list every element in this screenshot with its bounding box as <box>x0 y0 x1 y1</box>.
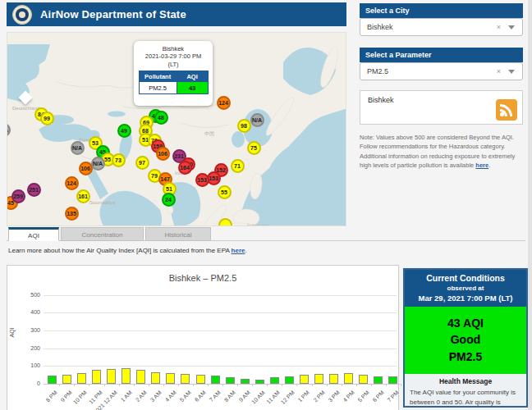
chart-bar[interactable] <box>300 375 309 384</box>
city-select-value: Bishkek <box>367 19 393 35</box>
map-marker[interactable]: 71 <box>231 159 245 173</box>
chart-gridline <box>44 312 397 313</box>
map-marker[interactable]: 259 <box>11 189 25 203</box>
chart-bar[interactable] <box>344 373 353 384</box>
chart-bar[interactable] <box>62 375 71 384</box>
chart-x-tick <box>282 384 282 386</box>
chevron-down-icon[interactable] <box>508 25 515 30</box>
popup-aqi-value: 43 <box>177 82 208 94</box>
popup-pollutant-value: PM2.5 <box>139 82 177 94</box>
map-marker[interactable]: 164 <box>178 161 192 175</box>
learn-more-body: Learn more about how the Air Quality Ind… <box>8 247 232 254</box>
parameter-select[interactable]: PM2.5 × <box>360 62 523 80</box>
chart-bar[interactable] <box>226 377 235 384</box>
chart-x-tick <box>386 384 387 386</box>
chart-x-tick-label: 4 PM <box>342 390 355 403</box>
map-marker[interactable]: 135 <box>65 207 79 221</box>
note-text: Note: Values above 500 are considered Be… <box>360 133 524 170</box>
chart-bar[interactable] <box>285 376 294 384</box>
map-marker[interactable]: 99 <box>40 112 54 125</box>
parameter-select-value: PM2.5 <box>367 63 388 80</box>
note-text-period: . <box>488 162 490 169</box>
chart-x-tick <box>312 384 313 386</box>
chart-bar[interactable] <box>196 375 205 384</box>
chart-x-tick <box>342 384 342 386</box>
chart-bar[interactable] <box>136 370 145 384</box>
rss-icon[interactable] <box>496 99 517 121</box>
chart-y-tick-label: 200 <box>16 345 40 351</box>
map-marker[interactable]: 106 <box>79 162 93 175</box>
chart-y-axis-label: AQI <box>9 327 15 337</box>
current-conditions-title: Current Conditions <box>406 273 525 283</box>
chart-bar[interactable] <box>92 370 101 384</box>
chart-bar[interactable] <box>211 376 220 384</box>
chart-bar[interactable] <box>151 372 160 384</box>
tab-concentration[interactable]: Concentration <box>61 227 144 241</box>
map-marker[interactable]: N/A <box>91 157 105 171</box>
observed-datetime: Mar 29, 2021 7:00 PM (LT) <box>406 294 525 303</box>
popup-table: Pollutant AQI PM2.5 43 <box>139 71 209 94</box>
chart-bar[interactable] <box>107 369 116 384</box>
chart-x-axis <box>44 384 400 385</box>
chart-bar[interactable] <box>166 373 175 384</box>
chevron-down-icon[interactable] <box>508 70 515 74</box>
map-marker[interactable]: 24 <box>162 193 176 207</box>
popup-col-aqi: AQI <box>177 71 208 82</box>
note-here-link[interactable]: here <box>475 162 488 169</box>
chart-bar[interactable] <box>255 380 264 384</box>
chart-bar[interactable] <box>388 376 397 384</box>
clear-city-icon[interactable]: × <box>497 19 501 35</box>
chart-bar[interactable] <box>329 374 338 384</box>
chart-x-tick-label: 1 AM <box>119 390 132 403</box>
map-marker[interactable]: N/A <box>250 113 264 127</box>
popup-city: Bishkek <box>134 45 213 52</box>
aqi-chart: Bishkek – PM2.5 AQI 01002003004005008 PM… <box>7 265 399 410</box>
chart-x-tick <box>89 384 89 386</box>
clear-parameter-icon[interactable]: × <box>497 63 501 80</box>
chart-x-tick-label: 6 AM <box>194 390 207 403</box>
chart-y-tick-label: 400 <box>16 309 40 315</box>
chart-x-tick <box>178 384 179 386</box>
map-marker[interactable]: 251 <box>27 183 41 197</box>
map-marker[interactable]: 153 <box>195 173 209 187</box>
map-marker[interactable]: 49 <box>117 124 131 138</box>
select-city-header: Select a City <box>360 3 523 18</box>
learn-more-here-link[interactable]: here <box>232 247 245 254</box>
map-marker[interactable]: 161 <box>76 189 90 203</box>
chart-bar[interactable] <box>48 376 57 384</box>
map-marker[interactable]: 48 <box>154 111 168 125</box>
map-marker[interactable]: 98 <box>237 119 251 133</box>
health-message-body: The AQI value for your community is betw… <box>410 388 521 410</box>
scrollbar[interactable] <box>528 0 532 410</box>
chart-x-tick-label: 3 PM <box>327 390 341 403</box>
chart-x-tick <box>401 384 401 386</box>
chart-bar[interactable] <box>314 374 323 384</box>
chart-bar[interactable] <box>270 377 279 384</box>
map-marker[interactable] <box>218 218 232 227</box>
chart-bar[interactable] <box>77 373 86 384</box>
chart-bar[interactable] <box>122 368 131 384</box>
map-marker[interactable]: 106 <box>156 147 170 161</box>
chart-x-tick <box>252 384 253 386</box>
chart-x-tick-label: 11 AM <box>266 390 282 405</box>
observed-at-label: observed at <box>406 285 525 292</box>
chart-bar[interactable] <box>359 375 368 384</box>
tab-historical[interactable]: Historical <box>145 227 211 241</box>
city-select[interactable]: Bishkek × <box>360 18 523 36</box>
map-marker[interactable]: 55 <box>218 185 232 199</box>
chart-x-tick <box>371 384 372 386</box>
map-marker[interactable]: 73 <box>112 153 126 167</box>
map-geo-label: Soomaaliya <box>89 200 115 205</box>
chart-bar[interactable] <box>374 376 383 384</box>
learn-more-text: Learn more about how the Air Quality Ind… <box>8 247 247 254</box>
note-text-body: Note: Values above 500 are considered Be… <box>360 134 515 169</box>
chart-bar[interactable] <box>181 374 190 384</box>
map-marker[interactable]: 124 <box>217 96 231 110</box>
map-marker[interactable]: N/A <box>71 141 85 155</box>
aqi-map[interactable]: DeutschlandTürkiye中国IndiaSoomaaliyaIndon… <box>7 32 346 226</box>
map-marker[interactable]: 124 <box>65 176 79 190</box>
chart-bar[interactable] <box>241 379 250 384</box>
tab-aqi[interactable]: AQI <box>8 227 59 241</box>
map-marker[interactable]: 75 <box>247 141 261 155</box>
map-marker[interactable]: 97 <box>135 156 149 170</box>
